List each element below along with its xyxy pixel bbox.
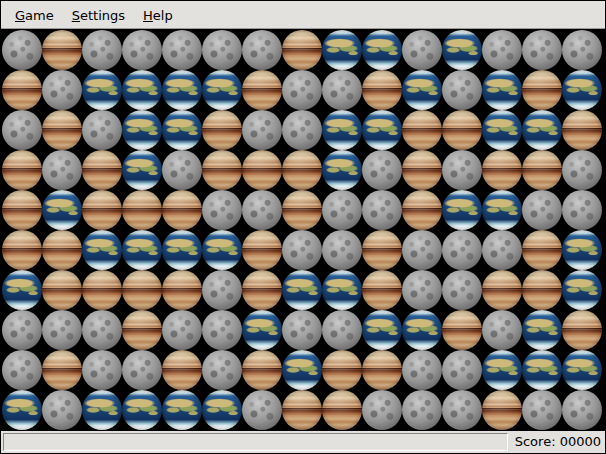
ball-jupiter[interactable] <box>362 70 402 110</box>
ball-jupiter[interactable] <box>42 270 82 310</box>
ball-moon[interactable] <box>522 190 562 230</box>
ball-moon[interactable] <box>522 390 562 430</box>
ball-earth[interactable] <box>202 230 242 270</box>
ball-moon[interactable] <box>442 70 482 110</box>
ball-moon[interactable] <box>362 190 402 230</box>
ball-jupiter[interactable] <box>442 110 482 150</box>
ball-jupiter[interactable] <box>162 350 202 390</box>
ball-earth[interactable] <box>322 110 362 150</box>
ball-moon[interactable] <box>2 30 42 70</box>
ball-jupiter[interactable] <box>242 150 282 190</box>
ball-moon[interactable] <box>282 110 322 150</box>
ball-earth[interactable] <box>562 350 602 390</box>
ball-jupiter[interactable] <box>2 190 42 230</box>
ball-jupiter[interactable] <box>42 30 82 70</box>
ball-jupiter[interactable] <box>522 70 562 110</box>
ball-moon[interactable] <box>442 390 482 430</box>
ball-earth[interactable] <box>562 230 602 270</box>
ball-jupiter[interactable] <box>122 310 162 350</box>
ball-jupiter[interactable] <box>322 350 362 390</box>
ball-moon[interactable] <box>562 150 602 190</box>
ball-earth[interactable] <box>402 70 442 110</box>
ball-earth[interactable] <box>122 110 162 150</box>
ball-earth[interactable] <box>482 190 522 230</box>
ball-jupiter[interactable] <box>122 270 162 310</box>
ball-moon[interactable] <box>242 30 282 70</box>
ball-moon[interactable] <box>282 310 322 350</box>
ball-moon[interactable] <box>82 310 122 350</box>
ball-moon[interactable] <box>2 310 42 350</box>
ball-moon[interactable] <box>442 150 482 190</box>
ball-moon[interactable] <box>2 350 42 390</box>
menu-game[interactable]: Game <box>6 1 63 28</box>
ball-earth[interactable] <box>362 310 402 350</box>
ball-earth[interactable] <box>482 110 522 150</box>
ball-moon[interactable] <box>362 390 402 430</box>
ball-moon[interactable] <box>482 30 522 70</box>
ball-moon[interactable] <box>562 390 602 430</box>
ball-moon[interactable] <box>322 230 362 270</box>
ball-jupiter[interactable] <box>482 270 522 310</box>
ball-jupiter[interactable] <box>2 70 42 110</box>
ball-earth[interactable] <box>322 150 362 190</box>
ball-earth[interactable] <box>362 30 402 70</box>
ball-moon[interactable] <box>202 310 242 350</box>
ball-moon[interactable] <box>202 270 242 310</box>
ball-earth[interactable] <box>202 70 242 110</box>
ball-earth[interactable] <box>562 70 602 110</box>
ball-jupiter[interactable] <box>282 190 322 230</box>
ball-moon[interactable] <box>42 70 82 110</box>
ball-moon[interactable] <box>402 270 442 310</box>
ball-moon[interactable] <box>42 150 82 190</box>
ball-jupiter[interactable] <box>482 150 522 190</box>
ball-jupiter[interactable] <box>362 350 402 390</box>
ball-jupiter[interactable] <box>82 270 122 310</box>
ball-earth[interactable] <box>522 310 562 350</box>
ball-jupiter[interactable] <box>282 30 322 70</box>
ball-moon[interactable] <box>442 270 482 310</box>
ball-moon[interactable] <box>442 230 482 270</box>
ball-earth[interactable] <box>122 70 162 110</box>
ball-earth[interactable] <box>402 310 442 350</box>
ball-earth[interactable] <box>522 350 562 390</box>
ball-jupiter[interactable] <box>442 310 482 350</box>
ball-earth[interactable] <box>562 270 602 310</box>
ball-earth[interactable] <box>282 350 322 390</box>
ball-moon[interactable] <box>162 150 202 190</box>
ball-moon[interactable] <box>322 190 362 230</box>
ball-jupiter[interactable] <box>42 350 82 390</box>
ball-moon[interactable] <box>162 30 202 70</box>
ball-earth[interactable] <box>162 230 202 270</box>
ball-jupiter[interactable] <box>402 110 442 150</box>
ball-jupiter[interactable] <box>402 150 442 190</box>
ball-jupiter[interactable] <box>362 230 402 270</box>
ball-moon[interactable] <box>202 350 242 390</box>
ball-moon[interactable] <box>562 30 602 70</box>
ball-moon[interactable] <box>282 70 322 110</box>
ball-jupiter[interactable] <box>562 110 602 150</box>
ball-earth[interactable] <box>322 30 362 70</box>
ball-earth[interactable] <box>162 390 202 430</box>
ball-jupiter[interactable] <box>202 110 242 150</box>
ball-earth[interactable] <box>362 110 402 150</box>
ball-jupiter[interactable] <box>282 390 322 430</box>
ball-earth[interactable] <box>442 190 482 230</box>
ball-jupiter[interactable] <box>282 150 322 190</box>
ball-jupiter[interactable] <box>82 150 122 190</box>
ball-jupiter[interactable] <box>522 150 562 190</box>
ball-moon[interactable] <box>482 230 522 270</box>
ball-moon[interactable] <box>482 310 522 350</box>
ball-moon[interactable] <box>242 110 282 150</box>
ball-moon[interactable] <box>82 350 122 390</box>
ball-jupiter[interactable] <box>562 310 602 350</box>
ball-moon[interactable] <box>42 390 82 430</box>
menu-help[interactable]: Help <box>134 1 182 28</box>
ball-earth[interactable] <box>2 390 42 430</box>
menu-settings[interactable]: Settings <box>63 1 134 28</box>
ball-earth[interactable] <box>122 390 162 430</box>
ball-moon[interactable] <box>42 310 82 350</box>
ball-earth[interactable] <box>122 150 162 190</box>
ball-earth[interactable] <box>82 70 122 110</box>
ball-earth[interactable] <box>162 110 202 150</box>
ball-earth[interactable] <box>122 230 162 270</box>
